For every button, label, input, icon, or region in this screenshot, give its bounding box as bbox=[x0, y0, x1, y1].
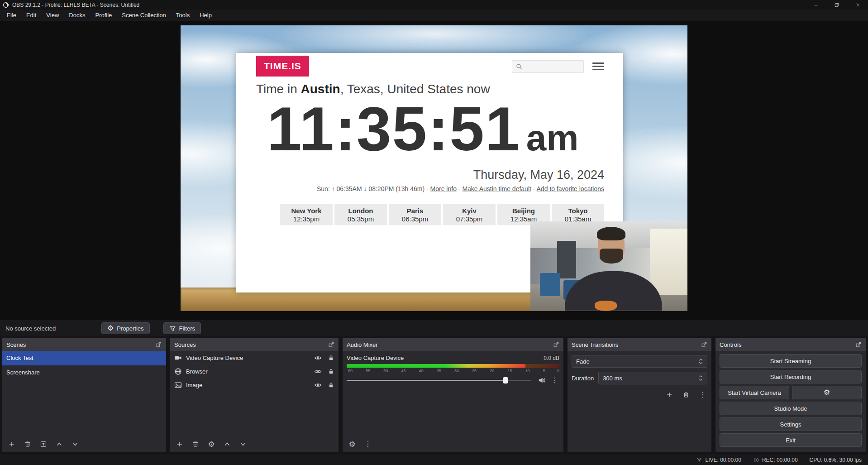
source-row-browser[interactable]: Browser bbox=[170, 364, 339, 378]
controls-header[interactable]: Controls bbox=[715, 338, 866, 351]
volume-slider-handle[interactable] bbox=[503, 377, 508, 384]
gear-icon: ⚙ bbox=[107, 325, 114, 332]
menu-bar: File Edit View Docks Profile Scene Colle… bbox=[0, 10, 868, 21]
lock-icon[interactable] bbox=[328, 382, 334, 388]
source-row-video-capture[interactable]: Video Capture Device bbox=[170, 351, 339, 364]
speaker-icon[interactable] bbox=[538, 376, 546, 384]
scene-item-screenshare[interactable]: Screenshare bbox=[2, 365, 166, 380]
hamburger-menu-icon bbox=[592, 62, 604, 70]
popout-icon[interactable] bbox=[855, 341, 862, 348]
sources-panel: Sources Video Capture Device Browser bbox=[170, 338, 339, 452]
audio-mixer-header[interactable]: Audio Mixer bbox=[343, 338, 563, 351]
webcam-person-head bbox=[598, 229, 625, 263]
meter-scale: -60-55-50-45-40-35-30-25-20-15-10-50 bbox=[347, 369, 559, 373]
mixer-channel-name: Video Capture Device bbox=[347, 355, 404, 361]
menu-scene-collection[interactable]: Scene Collection bbox=[117, 10, 171, 21]
obs-logo-icon bbox=[3, 2, 9, 8]
visibility-eye-icon[interactable] bbox=[314, 354, 322, 362]
search-icon bbox=[515, 63, 523, 70]
webcam-doorway bbox=[557, 241, 576, 278]
mixer-menu-kebab-icon[interactable]: ⋮ bbox=[363, 440, 372, 449]
remove-scene-button[interactable] bbox=[23, 440, 32, 449]
webcam-overlay bbox=[530, 221, 687, 311]
popout-icon[interactable] bbox=[328, 341, 334, 348]
source-row-image[interactable]: Image bbox=[170, 378, 339, 392]
transition-select[interactable]: Fade bbox=[572, 355, 707, 368]
window-controls bbox=[806, 0, 868, 10]
filter-icon bbox=[169, 325, 176, 332]
menu-help[interactable]: Help bbox=[195, 10, 217, 21]
make-default-link: Make Austin time default bbox=[462, 185, 531, 192]
controls-body: Start Streaming Start Recording Start Vi… bbox=[715, 351, 866, 452]
studio-mode-button[interactable]: Studio Mode bbox=[720, 402, 862, 415]
remove-transition-button[interactable] bbox=[682, 390, 691, 399]
move-source-down-button[interactable] bbox=[238, 440, 248, 449]
popout-icon[interactable] bbox=[553, 341, 559, 348]
volume-slider[interactable] bbox=[347, 377, 531, 384]
scene-item-clock-test[interactable]: Clock Test bbox=[2, 351, 166, 365]
duration-label: Duration bbox=[572, 375, 594, 382]
record-disc-icon bbox=[753, 457, 759, 463]
title-bar: OBS 29.1.2 - Profile: LLHLS BETA - Scene… bbox=[0, 0, 868, 10]
spinner-arrows-icon[interactable] bbox=[699, 359, 703, 364]
add-transition-button[interactable] bbox=[665, 390, 674, 399]
gear-icon: ⚙ bbox=[824, 389, 830, 396]
filters-button[interactable]: Filters bbox=[163, 322, 201, 334]
timeis-logo: TIME.IS bbox=[256, 56, 309, 77]
lock-icon[interactable] bbox=[328, 355, 334, 361]
minimize-button[interactable] bbox=[806, 0, 826, 10]
move-scene-down-button[interactable] bbox=[71, 440, 80, 449]
menu-view[interactable]: View bbox=[41, 10, 64, 21]
dock-area: Scenes Clock Test Screenshare Sources bbox=[0, 336, 868, 455]
menu-docks[interactable]: Docks bbox=[64, 10, 90, 21]
menu-file[interactable]: File bbox=[2, 10, 21, 21]
duration-spinbox[interactable]: 300 ms bbox=[598, 372, 707, 384]
panel-title: Scene Transitions bbox=[572, 341, 618, 348]
move-source-up-button[interactable] bbox=[223, 440, 232, 449]
restore-button[interactable] bbox=[826, 0, 847, 10]
panel-title: Scenes bbox=[6, 341, 26, 348]
lock-icon[interactable] bbox=[328, 368, 334, 375]
clock-ampm: am bbox=[526, 117, 579, 159]
move-scene-up-button[interactable] bbox=[55, 440, 64, 449]
scene-filters-icon[interactable] bbox=[39, 440, 48, 449]
settings-button[interactable]: Settings bbox=[720, 417, 862, 431]
properties-button[interactable]: ⚙ Properties bbox=[101, 322, 150, 334]
start-virtual-camera-button[interactable]: Start Virtual Camera bbox=[720, 386, 789, 399]
popout-icon[interactable] bbox=[156, 341, 162, 348]
menu-edit[interactable]: Edit bbox=[21, 10, 41, 21]
scene-transitions-body: Fade Duration 300 ms bbox=[568, 351, 711, 452]
menu-tools[interactable]: Tools bbox=[171, 10, 195, 21]
rec-timer: REC: 00:00:00 bbox=[762, 457, 798, 463]
exit-button[interactable]: Exit bbox=[720, 433, 862, 447]
popout-icon[interactable] bbox=[701, 341, 707, 348]
close-button[interactable] bbox=[847, 0, 868, 10]
city-box: Paris06:35pm bbox=[389, 204, 441, 225]
visibility-eye-icon[interactable] bbox=[314, 368, 322, 375]
menu-profile[interactable]: Profile bbox=[90, 10, 117, 21]
panel-title: Controls bbox=[720, 341, 741, 348]
virtual-camera-settings-button[interactable]: ⚙ bbox=[792, 386, 862, 399]
globe-icon bbox=[174, 368, 182, 375]
start-recording-button[interactable]: Start Recording bbox=[720, 370, 862, 384]
stream-signal-icon bbox=[696, 457, 702, 463]
sources-header[interactable]: Sources bbox=[170, 338, 339, 351]
image-icon bbox=[174, 381, 182, 389]
program-preview[interactable]: TIME.IS Time in Austin, Texas, United St… bbox=[181, 25, 687, 311]
source-properties-gear-icon[interactable]: ⚙ bbox=[207, 440, 216, 449]
add-scene-button[interactable] bbox=[7, 440, 16, 449]
preview-area: TIME.IS Time in Austin, Texas, United St… bbox=[0, 21, 868, 320]
add-source-button[interactable] bbox=[175, 440, 184, 449]
scenes-header[interactable]: Scenes bbox=[2, 338, 166, 351]
start-streaming-button[interactable]: Start Streaming bbox=[720, 354, 862, 368]
remove-source-button[interactable] bbox=[191, 440, 200, 449]
transition-menu-kebab-icon[interactable]: ⋮ bbox=[698, 390, 707, 399]
spinner-arrows-icon[interactable] bbox=[699, 375, 703, 381]
advanced-audio-gear-icon[interactable]: ⚙ bbox=[348, 440, 357, 449]
mixer-channel-menu-kebab-icon[interactable]: ⋮ bbox=[550, 376, 559, 385]
scene-transitions-header[interactable]: Scene Transitions bbox=[568, 338, 711, 351]
no-source-label: No source selected bbox=[5, 325, 88, 332]
add-favorite-link: Add to favorite locations bbox=[537, 185, 604, 192]
visibility-eye-icon[interactable] bbox=[314, 381, 322, 389]
sources-list: Video Capture Device Browser Image bbox=[170, 351, 339, 436]
